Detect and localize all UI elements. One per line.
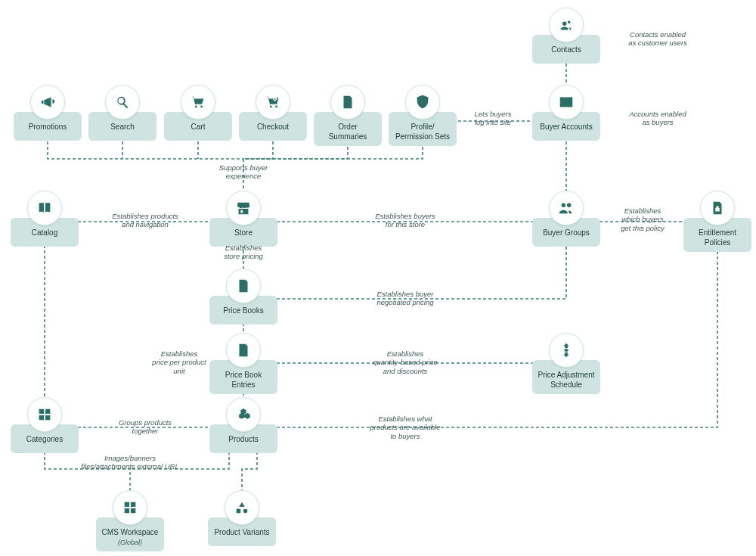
node-label: Catalog (32, 228, 57, 237)
node-label: Product Variants (214, 528, 269, 536)
price-adjust-icon (549, 333, 584, 368)
node-label: Buyer Accounts (540, 123, 592, 131)
node-store: Store (209, 191, 277, 247)
node-buyer-accounts: Buyer Accounts (532, 85, 600, 141)
node-sublabel: (Global) (118, 539, 142, 546)
node-label: Promotions (29, 123, 67, 131)
node-product-variants: Product Variants (208, 490, 276, 546)
node-price-book-entries: Price Book Entries (209, 333, 277, 394)
connector-layer (0, 0, 756, 556)
node-label: Cart (191, 123, 206, 131)
node-profile-permission-sets: Profile/Permission Sets (389, 85, 457, 146)
node-label: Contacts (551, 45, 581, 54)
shapes-icon (225, 490, 259, 525)
node-label: Categories (26, 435, 63, 443)
node-label: Buyer Groups (543, 228, 590, 237)
node-products: Products (209, 397, 277, 453)
node-search: Search (88, 85, 156, 141)
node-cms-workspace: CMS Workspace (Global) (96, 490, 164, 551)
list-doc-icon (226, 333, 261, 368)
node-cart: Cart (164, 85, 232, 141)
contacts-icon (549, 8, 584, 42)
storefront-icon (226, 191, 261, 225)
categories-icon (27, 397, 62, 432)
node-label: Store (234, 228, 253, 237)
node-buyer-groups: Buyer Groups (532, 191, 600, 247)
document-icon (330, 85, 365, 120)
cart-icon (181, 85, 215, 120)
node-label: Checkout (257, 123, 289, 131)
cart-check-icon (256, 85, 290, 120)
node-categories: Categories (11, 397, 79, 453)
node-entitlement-policies: Entitlement Policies (683, 191, 751, 252)
shield-user-icon (405, 85, 440, 120)
boxes-icon (226, 397, 261, 432)
grid-icon (113, 490, 147, 525)
people-icon (549, 191, 584, 225)
search-icon (105, 85, 140, 120)
megaphone-icon (30, 85, 65, 120)
node-label: Profile/Permission Sets (395, 123, 450, 141)
node-price-books: Price Books (209, 269, 277, 325)
node-catalog: Catalog (11, 191, 79, 247)
node-order-summaries: Order Summaries (314, 85, 382, 146)
node-checkout: Checkout (239, 85, 307, 141)
node-label: Products (228, 435, 258, 443)
node-price-adjustment-schedule: Price Adjustment Schedule (532, 333, 600, 394)
file-lock-icon (700, 191, 735, 225)
node-label: Price Book Entries (225, 371, 262, 389)
node-label: Search (110, 123, 135, 131)
price-tag-icon (226, 269, 261, 303)
book-icon (27, 191, 62, 225)
id-card-icon (549, 85, 584, 120)
node-label: CMS Workspace (102, 528, 159, 536)
node-contacts: Contacts (532, 8, 600, 64)
node-label: Entitlement Policies (699, 228, 736, 247)
node-label: Price Books (223, 306, 263, 315)
node-label: Order Summaries (329, 123, 367, 141)
node-promotions: Promotions (14, 85, 82, 141)
node-label: Price Adjustment Schedule (538, 371, 594, 389)
